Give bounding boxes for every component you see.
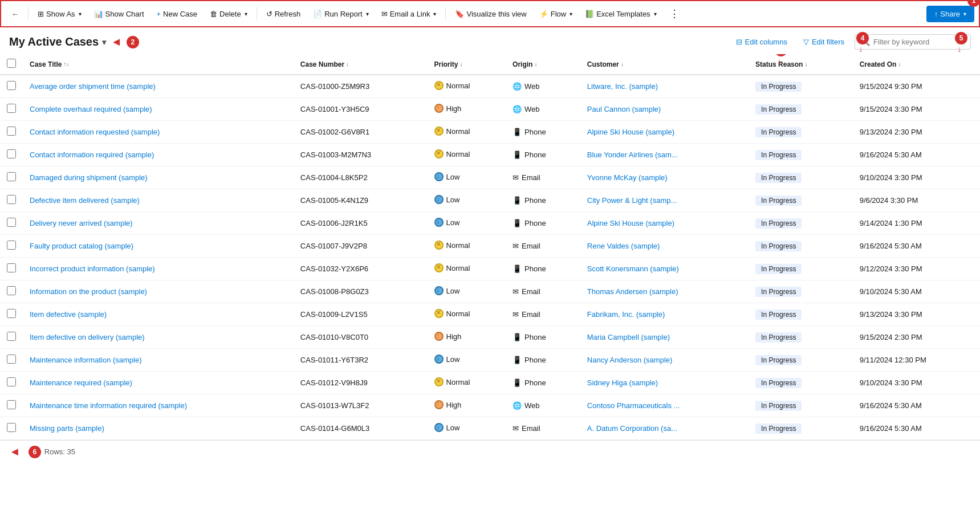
row-checkbox[interactable]	[7, 332, 16, 341]
created-on-cell: 9/15/2024 9:30 PM	[853, 75, 980, 98]
row-checkbox[interactable]	[7, 218, 16, 227]
more-button[interactable]: ⋮	[664, 4, 685, 23]
case-title-link[interactable]: Damaged during shipment (sample)	[30, 173, 148, 182]
email-link-button[interactable]: ✉ Email a Link ▾	[376, 6, 442, 22]
customer-link[interactable]: Fabrikam, Inc. (sample)	[587, 310, 665, 319]
case-number-cell: CAS-01013-W7L3F2	[294, 394, 428, 417]
customer-link[interactable]: Paul Cannon (sample)	[587, 105, 661, 113]
customer-link[interactable]: Thomas Andersen (sample)	[587, 287, 678, 296]
priority-normal-icon	[434, 241, 444, 250]
row-checkbox[interactable]	[7, 195, 16, 204]
col-header-case-number[interactable]: Case Number ↓	[294, 54, 428, 75]
new-case-button[interactable]: + New Case	[151, 6, 204, 22]
customer-link[interactable]: Nancy Anderson (sample)	[587, 356, 673, 364]
priority-low-icon	[434, 286, 444, 295]
search-input[interactable]	[873, 38, 965, 46]
priority-cell: High	[428, 394, 506, 417]
customer-link[interactable]: City Power & Light (samp...	[587, 196, 677, 205]
case-number-cell: CAS-01012-V9H8J9	[294, 372, 428, 394]
priority-normal-icon	[434, 309, 444, 318]
row-checkbox[interactable]	[7, 81, 16, 90]
customer-link[interactable]: Blue Yonder Airlines (sam...	[587, 150, 678, 159]
edit-columns-button[interactable]: ⊟ Edit columns	[730, 35, 793, 49]
priority-value: Normal	[434, 263, 470, 272]
title-chevron-icon[interactable]: ▾	[102, 38, 106, 47]
case-title-link[interactable]: Contact information required (sample)	[30, 150, 154, 159]
row-checkbox[interactable]	[7, 149, 16, 158]
origin-phone-icon: 📱	[513, 378, 522, 387]
table-header-row: Case Title ↑↓ Case Number ↓ Priority ↓	[0, 54, 980, 75]
keyword-filter[interactable]: 🔍	[855, 34, 971, 50]
case-title-link[interactable]: Average order shipment time (sample)	[30, 82, 156, 91]
row-checkbox[interactable]	[7, 423, 16, 432]
customer-link[interactable]: Alpine Ski House (sample)	[587, 128, 674, 136]
case-title-link[interactable]: Information on the product (sample)	[30, 287, 147, 296]
case-title-link[interactable]: Defective item delivered (sample)	[30, 196, 140, 205]
row-checkbox[interactable]	[7, 400, 16, 409]
col-header-origin[interactable]: Origin ↓	[506, 54, 580, 75]
col-header-status[interactable]: Status Reason ↓ 3 ↓	[749, 54, 853, 75]
row-checkbox[interactable]	[7, 241, 16, 250]
customer-cell: Contoso Pharmaceuticals ...	[580, 394, 749, 417]
case-title-link[interactable]: Delivery never arrived (sample)	[30, 219, 133, 227]
customer-cell: Rene Valdes (sample)	[580, 235, 749, 258]
excel-button[interactable]: 📗 Excel Templates ▾	[579, 6, 662, 22]
visualize-button[interactable]: 🔖 Visualize this view	[449, 6, 532, 22]
origin-value: 📱 Phone	[513, 264, 546, 273]
show-chart-button[interactable]: 📊 Show Chart	[88, 6, 150, 22]
row-checkbox[interactable]	[7, 263, 16, 272]
customer-link[interactable]: Yvonne McKay (sample)	[587, 173, 668, 182]
origin-value: 📱 Phone	[513, 150, 546, 159]
select-all-checkbox[interactable]	[7, 59, 16, 68]
case-title-link[interactable]: Missing parts (sample)	[30, 424, 104, 433]
origin-email-icon: ✉	[513, 310, 519, 319]
col-header-case-title[interactable]: Case Title ↑↓	[23, 54, 294, 75]
refresh-button[interactable]: ↺ Refresh	[261, 6, 307, 22]
customer-link[interactable]: A. Datum Corporation (sa...	[587, 424, 677, 433]
customer-link[interactable]: Rene Valdes (sample)	[587, 242, 660, 250]
edit-filters-button[interactable]: ▽ Edit filters	[798, 35, 850, 49]
col-header-priority[interactable]: Priority ↓	[428, 54, 506, 75]
case-title-link[interactable]: Item defective on delivery (sample)	[30, 333, 145, 341]
row-checkbox[interactable]	[7, 127, 16, 136]
delete-button[interactable]: 🗑 Delete ▾	[204, 6, 253, 22]
case-title-link[interactable]: Item defective (sample)	[30, 310, 107, 319]
origin-value: 📱 Phone	[513, 333, 546, 341]
case-number-cell: CAS-01004-L8K5P2	[294, 166, 428, 189]
origin-cell: 📱 Phone	[506, 121, 580, 144]
case-title-link[interactable]: Maintenance required (sample)	[30, 378, 132, 387]
col-header-created[interactable]: Created On ↓	[853, 54, 980, 75]
origin-email-icon: ✉	[513, 173, 519, 182]
row-checkbox[interactable]	[7, 172, 16, 181]
customer-link[interactable]: Alpine Ski House (sample)	[587, 219, 674, 227]
col-header-customer[interactable]: Customer ↓	[580, 54, 749, 75]
share-button[interactable]: ↑ Share ▾	[926, 6, 974, 22]
customer-link[interactable]: Scott Konersmann (sample)	[587, 264, 679, 273]
back-button[interactable]: ←	[6, 6, 25, 22]
row-checkbox[interactable]	[7, 377, 16, 386]
customer-cell: Scott Konersmann (sample)	[580, 258, 749, 280]
customer-link[interactable]: Contoso Pharmaceuticals ...	[587, 401, 680, 410]
run-report-button[interactable]: 📄 Run Report ▾	[307, 6, 374, 22]
case-title-link[interactable]: Incorrect product information (sample)	[30, 264, 155, 273]
case-title-link[interactable]: Maintenance time information required (s…	[30, 401, 187, 410]
table-row: Contact information required (sample) CA…	[0, 144, 980, 166]
origin-web-icon: 🌐	[513, 105, 522, 113]
customer-link[interactable]: Maria Campbell (sample)	[587, 333, 670, 341]
row-checkbox[interactable]	[7, 355, 16, 364]
customer-link[interactable]: Sidney Higa (sample)	[587, 378, 658, 387]
row-checkbox[interactable]	[7, 104, 16, 113]
show-as-button[interactable]: ⊞ Show As ▾	[32, 6, 87, 22]
flow-button[interactable]: ⚡ Flow ▾	[534, 6, 578, 22]
origin-cell: 📱 Phone	[506, 372, 580, 394]
case-title-link[interactable]: Maintenance information (sample)	[30, 356, 142, 364]
row-checkbox[interactable]	[7, 309, 16, 318]
case-title-link[interactable]: Faulty product catalog (sample)	[30, 242, 133, 250]
status-badge: In Progress	[755, 173, 802, 183]
case-title-link[interactable]: Contact information requested (sample)	[30, 128, 160, 136]
priority-value: High	[434, 332, 462, 341]
row-checkbox[interactable]	[7, 286, 16, 295]
case-title-link[interactable]: Complete overhaul required (sample)	[30, 105, 152, 113]
status-cell: In Progress	[749, 394, 853, 417]
customer-link[interactable]: Litware, Inc. (sample)	[587, 82, 658, 91]
